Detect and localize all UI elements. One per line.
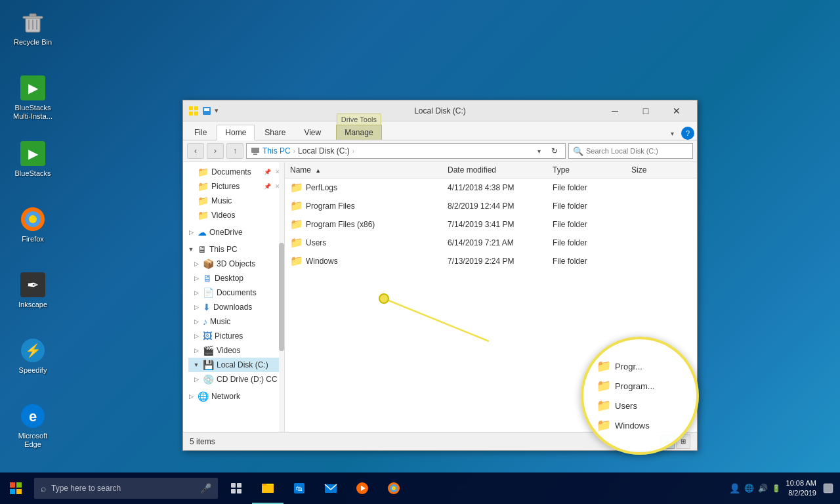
- file-row-users[interactable]: 📁 Users 6/14/2019 7:21 AM File folder: [285, 234, 697, 252]
- zoom-folder-icon-4: 📁: [597, 418, 611, 432]
- zoom-label-users: Users: [615, 401, 637, 411]
- help-button[interactable]: ?: [681, 127, 694, 140]
- taskbar-search-bar[interactable]: ⌕ Type here to search 🎤: [34, 478, 218, 499]
- file-row-perflogs[interactable]: 📁 PerfLogs 4/11/2018 4:38 PM File folder: [285, 178, 697, 197]
- taskbar-search-icon: ⌕: [41, 483, 46, 494]
- svg-text:✒: ✒: [27, 277, 39, 293]
- svg-rect-22: [194, 112, 198, 116]
- nav-item-3d-objects[interactable]: ▷ 📦 3D Objects: [188, 257, 284, 271]
- close-button[interactable]: ✕: [662, 100, 692, 121]
- nav-item-videos-pinned[interactable]: 📁 Videos: [183, 208, 284, 222]
- desktop-icon-bluestacks2[interactable]: ▶ BlueStacks: [7, 138, 59, 180]
- desktop-icon-edge[interactable]: e Microsoft Edge: [7, 400, 59, 452]
- desktop-icon-recycle-bin[interactable]: Recycle Bin: [7, 7, 59, 49]
- col-header-name[interactable]: Name ▲: [285, 164, 442, 176]
- forward-button[interactable]: ›: [207, 143, 224, 159]
- file-date-program-files-x86: 7/14/2019 3:41 PM: [442, 219, 547, 230]
- nav-item-documents-pinned[interactable]: 📁 Documents 📌 ✕: [183, 165, 284, 179]
- col-header-size[interactable]: Size: [626, 164, 679, 176]
- taskbar-task-view[interactable]: [220, 472, 252, 504]
- nav-item-desktop[interactable]: ▷ 🖥 Desktop: [188, 271, 284, 285]
- nav-pane: 📁 Documents 📌 ✕ 📁 Pictures 📌 ✕ 📁 Music: [183, 162, 285, 432]
- nav-expand-local-disk[interactable]: ▼: [192, 361, 200, 369]
- file-name-program-files[interactable]: 📁 Program Files: [285, 198, 442, 214]
- volume-icon[interactable]: 🔊: [758, 484, 768, 493]
- start-button[interactable]: [0, 472, 32, 504]
- nav-item-pictures[interactable]: ▷ 🖼 Pictures: [188, 329, 284, 343]
- tab-view[interactable]: View: [295, 125, 329, 140]
- up-button[interactable]: ↑: [226, 143, 243, 159]
- nav-item-onedrive[interactable]: ▷ ☁ OneDrive: [183, 225, 284, 240]
- taskbar-media[interactable]: [346, 472, 378, 504]
- people-icon[interactable]: 👤: [729, 483, 740, 494]
- svg-text:⚡: ⚡: [25, 343, 41, 358]
- nav-item-local-disk[interactable]: ▼ 💾 Local Disk (C:): [188, 358, 284, 372]
- col-header-date[interactable]: Date modified: [442, 164, 547, 176]
- svg-rect-35: [231, 489, 236, 494]
- taskbar-clock[interactable]: 10:08 AM 8/2/2019: [786, 478, 816, 499]
- desktop-icon-speedify[interactable]: ⚡ Speedify: [7, 335, 59, 377]
- file-row-program-files[interactable]: 📁 Program Files 8/2/2019 12:44 PM File f…: [285, 197, 697, 215]
- nav-label-cd-drive: CD Drive (D:) CC: [217, 375, 278, 384]
- ribbon-tabs: File Home Share View Drive Tools Manage …: [183, 121, 697, 140]
- svg-rect-29: [10, 482, 15, 488]
- nav-item-music[interactable]: ▷ ♪ Music: [188, 314, 284, 329]
- nav-item-downloads[interactable]: ▷ ⬇ Downloads: [188, 300, 284, 314]
- search-input[interactable]: [586, 147, 688, 155]
- desktop-icon-bluestacks[interactable]: ▶ BlueStacks Multi-Insta...: [7, 72, 59, 123]
- nav-label-3d-objects: 3D Objects: [217, 259, 255, 268]
- back-button[interactable]: ‹: [187, 143, 204, 159]
- nav-item-pictures-pinned[interactable]: 📁 Pictures 📌 ✕: [183, 179, 284, 194]
- address-dropdown-btn[interactable]: ▾: [532, 144, 545, 158]
- nav-item-documents[interactable]: ▷ 📄 Documents: [188, 285, 284, 300]
- firefox-icon: [20, 206, 46, 232]
- desktop-icon-firefox[interactable]: Firefox: [7, 203, 59, 246]
- file-size-windows: [626, 260, 679, 262]
- nav-scrollbar[interactable]: [279, 162, 284, 432]
- zoom-annotation-circle: 📁 Progr... 📁 Program... 📁 Users 📁 Window…: [581, 337, 699, 455]
- taskbar-firefox[interactable]: [378, 472, 410, 504]
- file-row-windows[interactable]: 📁 Windows 7/13/2019 2:24 PM File folder: [285, 252, 697, 270]
- address-path[interactable]: This PC › Local Disk (C:) › ▾ ↻: [246, 143, 566, 159]
- file-name-perflogs[interactable]: 📁 PerfLogs: [285, 180, 442, 196]
- path-local-disk[interactable]: Local Disk (C:): [298, 146, 350, 156]
- svg-rect-19: [189, 106, 193, 110]
- notification-center-btn[interactable]: [822, 482, 835, 495]
- nav-expand-network[interactable]: ▷: [187, 392, 195, 400]
- desktop-icon-inkscape[interactable]: ✒ Inkscape: [7, 269, 59, 312]
- nav-scrollbar-thumb[interactable]: [279, 243, 284, 350]
- taskbar-store[interactable]: 🛍: [284, 472, 315, 504]
- minimize-button[interactable]: ─: [600, 100, 630, 121]
- nav-item-network[interactable]: ▷ 🌐 Network: [183, 389, 284, 404]
- tab-share[interactable]: Share: [256, 125, 294, 140]
- taskbar-mail[interactable]: [315, 472, 346, 504]
- maximize-button[interactable]: □: [631, 100, 661, 121]
- taskbar-mic-icon[interactable]: 🎤: [200, 483, 211, 494]
- file-name-users[interactable]: 📁 Users: [285, 235, 442, 251]
- tab-drive-tools[interactable]: Drive Tools Manage: [336, 125, 381, 140]
- network-status-icon[interactable]: 🌐: [744, 484, 754, 493]
- file-type-perflogs: File folder: [547, 182, 626, 194]
- col-header-type[interactable]: Type: [547, 164, 626, 176]
- file-name-windows[interactable]: 📁 Windows: [285, 253, 442, 269]
- taskbar-file-explorer[interactable]: [252, 472, 284, 504]
- file-list-header[interactable]: Name ▲ Date modified Type Size: [285, 162, 697, 178]
- ribbon-collapse-btn[interactable]: ▾: [665, 127, 679, 140]
- path-this-pc[interactable]: This PC: [262, 146, 291, 156]
- file-name-program-files-x86[interactable]: 📁 Program Files (x86): [285, 217, 442, 232]
- file-type-program-files-x86: File folder: [547, 219, 626, 230]
- cd-drive-icon: 💿: [203, 374, 214, 385]
- nav-item-this-pc[interactable]: ▼ 🖥 This PC: [183, 242, 284, 257]
- nav-item-music-pinned[interactable]: 📁 Music: [183, 194, 284, 208]
- nav-expand-this-pc[interactable]: ▼: [187, 245, 195, 253]
- refresh-button[interactable]: ↻: [548, 144, 561, 158]
- tab-file[interactable]: File: [186, 125, 215, 140]
- zoom-item-progr: 📁 Progr...: [597, 356, 642, 376]
- nav-expand-onedrive[interactable]: ▷: [187, 228, 195, 236]
- tab-home[interactable]: Home: [217, 125, 255, 140]
- file-row-program-files-x86[interactable]: 📁 Program Files (x86) 7/14/2019 3:41 PM …: [285, 215, 697, 234]
- nav-item-videos[interactable]: ▷ 🎬 Videos: [188, 343, 284, 358]
- ribbon-quick-save-icon[interactable]: [201, 106, 212, 116]
- search-box[interactable]: 🔍: [568, 143, 693, 159]
- nav-item-cd-drive[interactable]: ▷ 💿 CD Drive (D:) CC: [188, 372, 284, 387]
